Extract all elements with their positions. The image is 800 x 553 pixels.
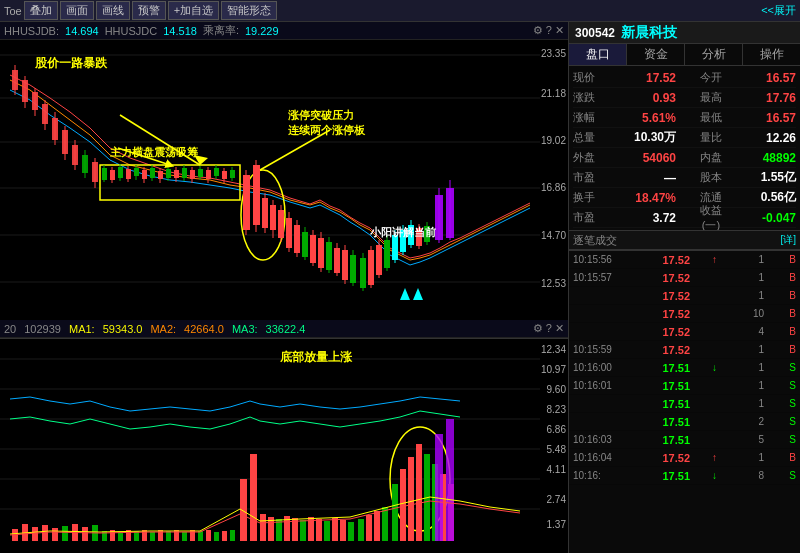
quote-table: 现价 17.52 今开 16.57 涨跌 0.93 最高 17.76 涨幅 5.… — [569, 66, 800, 230]
trade-time: 10:16: — [573, 470, 628, 481]
alert-btn[interactable]: 预警 — [132, 1, 166, 20]
annotation-accumulate: 主力横盘震荡吸筹 — [110, 145, 198, 160]
q-val: 0.93 — [626, 91, 676, 105]
svg-rect-176 — [446, 419, 454, 541]
quote-row: 外盘 54060 内盘 48892 — [573, 148, 796, 168]
q-label: 外盘 — [573, 150, 609, 165]
svg-rect-164 — [374, 511, 380, 541]
code1-label: HHUSJDB: — [4, 25, 59, 37]
svg-rect-168 — [400, 469, 406, 541]
svg-marker-112 — [400, 288, 410, 300]
chart-icons[interactable]: ⚙ ? ✕ — [533, 24, 564, 37]
price-level-5: 14.70 — [541, 230, 566, 241]
trade-vol: 10 — [744, 308, 764, 319]
svg-rect-124 — [32, 527, 38, 541]
trade-row: 17.52 10 B — [569, 305, 800, 323]
expand-btn[interactable]: <<展开 — [761, 3, 796, 18]
svg-rect-139 — [166, 531, 171, 541]
svg-rect-146 — [222, 531, 227, 541]
trade-row: 10:16:03 17.51 5 S — [569, 431, 800, 449]
vol-ma1-val: 102939 — [24, 323, 61, 335]
main-layout: HHUSJDB: 14.694 HHUSJDC 14.518 乘离率: 19.2… — [0, 22, 800, 553]
trade-dir: ↓ — [712, 362, 722, 373]
trade-bs: B — [786, 272, 796, 283]
q-label: 换手 — [573, 190, 609, 205]
trade-vol: 1 — [744, 398, 764, 409]
q-val2: 1.55亿 — [746, 169, 796, 186]
screen-btn[interactable]: 画面 — [60, 1, 94, 20]
svg-rect-169 — [408, 457, 414, 541]
trade-time: 10:15:57 — [573, 272, 628, 283]
svg-rect-150 — [260, 514, 266, 541]
volume-chart-svg — [0, 339, 540, 549]
svg-rect-167 — [392, 484, 398, 541]
quote-row: 总量 10.30万 量比 12.26 — [573, 128, 796, 148]
svg-rect-157 — [316, 519, 322, 541]
orderbook-label: 逐笔成交 — [573, 233, 617, 248]
svg-rect-141 — [182, 532, 187, 541]
trade-price: 17.52 — [650, 344, 690, 356]
vol-level-9: 1.37 — [547, 519, 566, 530]
trade-vol: 1 — [744, 344, 764, 355]
overlay-btn[interactable]: 叠加 — [24, 1, 58, 20]
stock-header: 300542 新晨科技 — [569, 22, 800, 44]
trade-vol: 1 — [744, 452, 764, 463]
quote-row: 现价 17.52 今开 16.57 — [573, 68, 796, 88]
svg-rect-175 — [435, 434, 443, 541]
trade-vol: 2 — [744, 416, 764, 427]
chart-area: HHUSJDB: 14.694 HHUSJDC 14.518 乘离率: 19.2… — [0, 22, 568, 553]
trade-bs: B — [786, 308, 796, 319]
trade-price: 17.51 — [650, 416, 690, 428]
trade-row: 17.52 4 B — [569, 323, 800, 341]
trade-vol: 8 — [744, 470, 764, 481]
trade-bs: S — [786, 416, 796, 427]
svg-rect-155 — [300, 520, 306, 541]
price-chart[interactable]: 23.35 21.18 19.02 16.86 14.70 12.53 — [0, 40, 568, 320]
svg-rect-126 — [52, 528, 58, 541]
annotation-bearish: 股价一路暴跌 — [35, 55, 107, 72]
price-level-2: 21.18 — [541, 88, 566, 99]
draw-btn[interactable]: 画线 — [96, 1, 130, 20]
vol-info-bar: 20 102939 MA1: 59343.0 MA2: 42664.0 MA3:… — [0, 320, 568, 338]
add-watch-btn[interactable]: +加自选 — [168, 1, 219, 20]
vol-ma4-label: MA3: — [232, 323, 258, 335]
vol-level-2: 10.97 — [541, 364, 566, 375]
vol-level-4: 8.23 — [547, 404, 566, 415]
tab-funds[interactable]: 资金 — [627, 44, 685, 65]
vol-ma2-val: 59343.0 — [103, 323, 143, 335]
tab-pankou[interactable]: 盘口 — [569, 44, 627, 65]
trade-bs: B — [786, 344, 796, 355]
trade-time: 10:15:59 — [573, 344, 628, 355]
volume-chart-area[interactable]: 12.34 10.97 9.60 8.23 6.86 5.48 4.11 2.7… — [0, 338, 568, 553]
toe-label: Toe — [4, 5, 22, 17]
trade-bs: B — [786, 290, 796, 301]
trade-price: 17.52 — [650, 326, 690, 338]
trade-row: 10:15:57 17.52 1 B — [569, 269, 800, 287]
price-level-1: 23.35 — [541, 48, 566, 59]
breakthrough-line1: 涨停突破压力 — [288, 109, 354, 121]
trade-vol: 5 — [744, 434, 764, 445]
tab-bar: 盘口 资金 分析 操作 — [569, 44, 800, 66]
trade-bs: B — [786, 326, 796, 337]
chart-info-bar: HHUSJDB: 14.694 HHUSJDC 14.518 乘离率: 19.2… — [0, 22, 568, 40]
trade-price: 17.51 — [650, 398, 690, 410]
trade-price: 17.51 — [650, 470, 690, 482]
tab-analysis[interactable]: 分析 — [685, 44, 743, 65]
breakthrough-line2: 连续两个涨停板 — [288, 124, 365, 136]
orderbook-detail[interactable]: [详] — [780, 233, 796, 247]
q-val: — — [626, 171, 676, 185]
smart-shape-btn[interactable]: 智能形态 — [221, 1, 277, 20]
price-chart-svg — [0, 40, 540, 320]
svg-rect-137 — [150, 532, 155, 541]
q-val: 54060 — [626, 151, 676, 165]
vol-ma3-label: MA2: — [150, 323, 176, 335]
hq-val2: 14.518 — [163, 25, 197, 37]
trade-vol: 4 — [744, 326, 764, 337]
tab-operation[interactable]: 操作 — [743, 44, 800, 65]
vol-icons[interactable]: ⚙ ? ✕ — [533, 322, 564, 335]
trade-row: 10:15:56 17.52 ↑ 1 B — [569, 251, 800, 269]
trade-row: 17.51 1 S — [569, 395, 800, 413]
code2-label: HHUSJDC — [105, 25, 158, 37]
trade-vol: 1 — [744, 290, 764, 301]
q-val2: 48892 — [746, 151, 796, 165]
